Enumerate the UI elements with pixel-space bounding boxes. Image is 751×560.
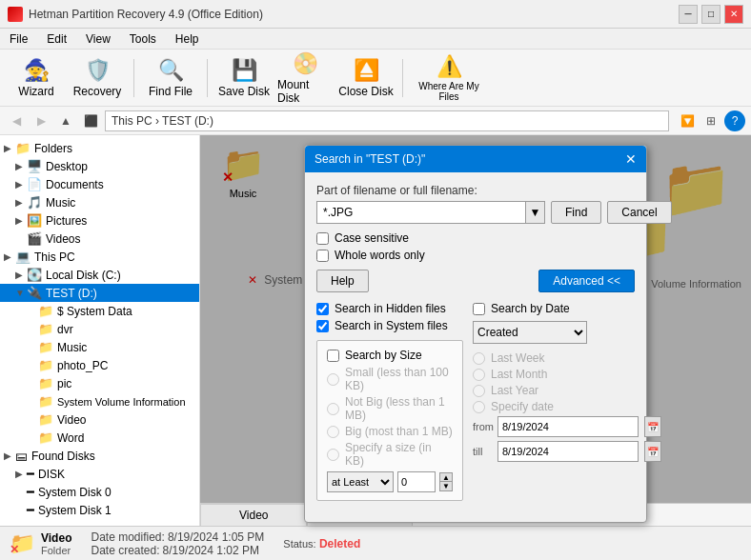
- nav-back-button[interactable]: ◀: [6, 110, 27, 131]
- toolbar-separator-2: [207, 59, 208, 97]
- dialog-close-button[interactable]: ✕: [625, 151, 637, 167]
- till-date-input[interactable]: [497, 441, 639, 462]
- sidebar-item-music[interactable]: ▶ 🎵 Music: [0, 193, 199, 211]
- content-area: 📁 ✕ Music 📁 📁 ✕ System Volume Informatio: [200, 135, 751, 503]
- search-system-row: Search in System files: [316, 319, 463, 332]
- sidebar-item-photo[interactable]: ▶ 📁 photo_PC: [0, 356, 199, 374]
- search-by-date-checkbox[interactable]: [473, 303, 485, 315]
- menu-view[interactable]: View: [80, 30, 116, 48]
- size-up-button[interactable]: ▲: [439, 472, 453, 482]
- sidebar-item-localc[interactable]: ▶ 💽 Local Disk (C:): [0, 266, 199, 284]
- last-week-radio[interactable]: [473, 352, 485, 365]
- sidebar-item-documents[interactable]: ▶ 📄 Documents: [0, 175, 199, 193]
- view-toggle-icon[interactable]: ⊞: [700, 110, 721, 131]
- search-hidden-checkbox[interactable]: [316, 303, 329, 315]
- from-date-picker-button[interactable]: 📅: [644, 416, 661, 437]
- help-icon[interactable]: ?: [724, 110, 745, 131]
- main-right-area: 📁 ✕ Music 📁 📁 ✕ System Volume Informatio: [200, 135, 751, 526]
- help-button[interactable]: Help: [316, 270, 369, 292]
- sidebar-item-sysdisk0[interactable]: ▶ ━ System Disk 0: [0, 483, 199, 501]
- search-by-size-checkbox[interactable]: [327, 350, 339, 362]
- size-small-radio[interactable]: [327, 373, 339, 386]
- menu-edit[interactable]: Edit: [41, 30, 72, 48]
- tab-video[interactable]: Video: [200, 504, 307, 526]
- status-info: Video Folder: [41, 531, 71, 556]
- save-disk-button[interactable]: 💾 Save Disk: [215, 53, 273, 103]
- nav-path: This PC › TEST (D:): [105, 110, 669, 131]
- mount-disk-button[interactable]: 📀 Mount Disk: [276, 53, 334, 103]
- sidebar-item-pic[interactable]: ▶ 📁 pic: [0, 374, 199, 392]
- sidebar-item-thispc[interactable]: ▶ 💻 This PC: [0, 248, 199, 266]
- close-disk-button[interactable]: ⏏️ Close Disk: [337, 53, 395, 103]
- arrow-icon: ▶: [4, 450, 15, 461]
- whole-words-checkbox[interactable]: [316, 250, 329, 262]
- last-year-radio[interactable]: [473, 385, 485, 397]
- app-title: Hetman Partition Recovery 4.9 (Office Ed…: [29, 8, 263, 21]
- arrow-icon: ▶: [15, 270, 27, 280]
- size-notbig-radio[interactable]: [327, 403, 339, 415]
- menu-file[interactable]: File: [4, 30, 33, 48]
- size-specify-radio[interactable]: [327, 449, 339, 461]
- sidebar-item-video[interactable]: ▶ 📁 Video: [0, 410, 199, 429]
- sidebar-item-desktop[interactable]: ▶ 🖥️ Desktop: [0, 157, 199, 175]
- sidebar-item-dvr[interactable]: ▶ 📁 dvr: [0, 320, 199, 338]
- search-system-checkbox[interactable]: [316, 320, 329, 332]
- last-month-radio[interactable]: [473, 369, 485, 381]
- sidebar-item-sysvolinfo[interactable]: ▶ 📁 System Volume Information: [0, 392, 199, 410]
- find-file-label: Find File: [149, 85, 193, 98]
- till-date-picker-button[interactable]: 📅: [644, 441, 661, 462]
- arrow-icon: ▶: [27, 360, 38, 370]
- menu-help[interactable]: Help: [170, 30, 205, 48]
- size-atleast-select[interactable]: at Least: [327, 471, 394, 492]
- find-button[interactable]: Find: [551, 201, 601, 224]
- nav-forward-button[interactable]: ▶: [30, 110, 51, 131]
- sidebar-item-folders[interactable]: ▶ 📁 Folders: [0, 139, 199, 157]
- search-by-date-label: Search by Date: [491, 302, 570, 315]
- date-type-select[interactable]: Created Modified Accessed: [473, 321, 587, 344]
- minimize-button[interactable]: ─: [679, 5, 698, 24]
- sidebar-item-word[interactable]: ▶ 📁 Word: [0, 429, 199, 447]
- find-file-button[interactable]: 🔍 Find File: [142, 53, 199, 103]
- sidebar-item-videos[interactable]: ▶ 🎬 Videos: [0, 230, 199, 248]
- filename-dropdown-button[interactable]: ▼: [526, 201, 545, 224]
- arrow-icon: ▶: [15, 197, 27, 208]
- advanced-button[interactable]: Advanced <<: [538, 270, 635, 292]
- case-sensitive-checkbox[interactable]: [316, 232, 329, 245]
- sidebar-item-disk[interactable]: ▶ ━ DISK: [0, 465, 199, 483]
- nav-up-button[interactable]: ▲: [55, 110, 76, 131]
- size-small-row: Small (less than 100 KB): [327, 366, 453, 392]
- status-modified: Date modified: 8/19/2024 1:05 PM: [91, 530, 264, 544]
- specify-date-radio[interactable]: [473, 401, 485, 413]
- maximize-button[interactable]: □: [701, 5, 721, 24]
- status-bar: 📁 ✕ Video Folder Date modified: 8/19/202…: [0, 526, 751, 560]
- sidebar-item-sysdisk1[interactable]: ▶ ━ System Disk 1: [0, 501, 199, 519]
- sidebar-item-music-test[interactable]: ▶ 📁 Music: [0, 338, 199, 356]
- size-notbig-label: Not Big (less than 1 MB): [345, 395, 453, 422]
- cancel-button[interactable]: Cancel: [607, 201, 671, 224]
- wizard-button[interactable]: 🧙 Wizard: [8, 53, 65, 103]
- sidebar-item-pictures[interactable]: ▶ 🖼️ Pictures: [0, 211, 199, 230]
- arrow-icon: ▶: [15, 179, 27, 190]
- filter-icon[interactable]: 🔽: [677, 110, 698, 131]
- where-my-files-button[interactable]: ⚠️ Where Are My Files: [411, 53, 487, 103]
- from-date-input[interactable]: [497, 416, 639, 437]
- size-value-input[interactable]: [397, 471, 436, 492]
- nav-home-button[interactable]: ⬛: [80, 110, 101, 131]
- menu-tools[interactable]: Tools: [124, 30, 162, 48]
- size-notbig-row: Not Big (less than 1 MB): [327, 395, 453, 422]
- status-deleted-badge: Deleted: [319, 537, 360, 550]
- size-big-label: Big (most than 1 MB): [345, 425, 453, 438]
- size-spinner[interactable]: ▲ ▼: [439, 472, 453, 491]
- recovery-button[interactable]: 🛡️ Recovery: [69, 53, 126, 103]
- sidebar-item-testd[interactable]: ▼ 🔌 TEST (D:): [0, 284, 199, 302]
- sidebar-item-sysdata[interactable]: ▶ 📁 $ System Data: [0, 302, 199, 320]
- save-disk-label: Save Disk: [218, 85, 270, 98]
- from-date-row: from 📅: [473, 416, 661, 437]
- last-month-label: Last Month: [491, 368, 547, 381]
- status-icon-area: 📁 ✕ Video Folder: [10, 531, 71, 556]
- size-big-radio[interactable]: [327, 426, 339, 438]
- filename-input[interactable]: [316, 201, 526, 224]
- size-down-button[interactable]: ▼: [439, 482, 453, 491]
- close-button[interactable]: ✕: [724, 5, 743, 24]
- sidebar-item-founddisks[interactable]: ▶ 🖴 Found Disks: [0, 447, 199, 465]
